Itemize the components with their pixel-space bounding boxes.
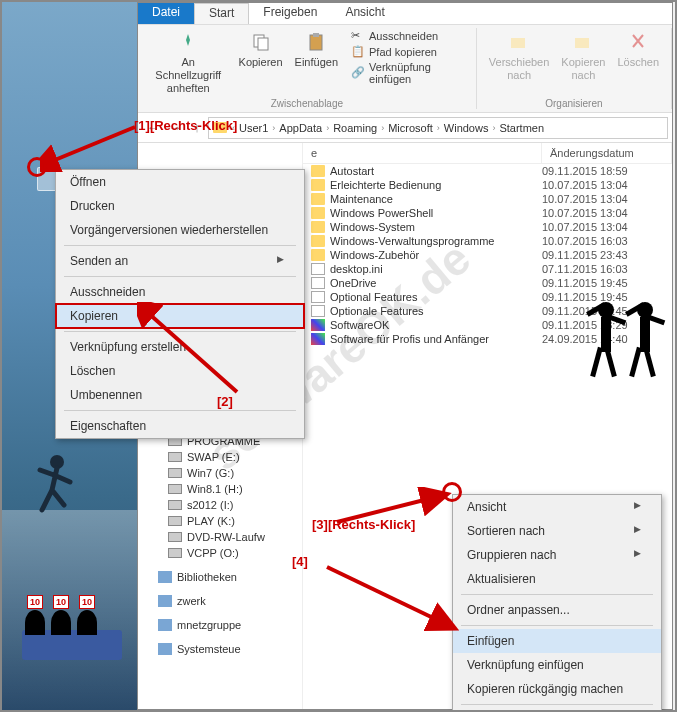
tab-share[interactable]: Freigeben xyxy=(249,3,331,24)
sidebar-drive[interactable]: DVD-RW-Laufw xyxy=(138,529,302,545)
paste-icon xyxy=(304,30,328,54)
file-row[interactable]: Autostart09.11.2015 18:59 xyxy=(303,164,672,178)
file-date: 24.09.2015 14:40 xyxy=(542,333,672,345)
moveto-icon xyxy=(507,30,531,54)
sidebar-drive[interactable]: s2012 (I:) xyxy=(138,497,302,513)
tab-view[interactable]: Ansicht xyxy=(331,3,398,24)
drive-icon xyxy=(168,468,182,478)
ctx2-pastelink[interactable]: Verknüpfung einfügen xyxy=(453,653,661,677)
drive-icon xyxy=(168,484,182,494)
file-name: desktop.ini xyxy=(330,263,542,275)
column-headers: e Änderungsdatum xyxy=(303,143,672,164)
file-row[interactable]: Software für Profis und Anfänger24.09.20… xyxy=(303,332,672,346)
network-icon xyxy=(158,595,172,607)
file-date: 10.07.2015 13:04 xyxy=(542,207,672,219)
library-icon xyxy=(158,571,172,583)
file-date: 10.07.2015 13:04 xyxy=(542,221,672,233)
crumb-microsoft[interactable]: Microsoft xyxy=(384,122,437,134)
file-row[interactable]: OneDrive09.11.2015 19:45 xyxy=(303,276,672,290)
sidebar-libraries[interactable]: Bibliotheken xyxy=(138,569,302,585)
sidebar-network[interactable]: zwerk xyxy=(138,593,302,609)
file-date: 10.07.2015 13:04 xyxy=(542,193,672,205)
ctx2-sort[interactable]: Sortieren nach▶ xyxy=(453,519,661,543)
folder-icon xyxy=(213,122,227,133)
file-row[interactable]: Windows PowerShell10.07.2015 13:04 xyxy=(303,206,672,220)
context-menu-folder: Ansicht▶ Sortieren nach▶ Gruppieren nach… xyxy=(452,494,662,712)
ctx-copy[interactable]: Kopieren xyxy=(56,304,304,328)
file-icon xyxy=(311,193,325,205)
file-icon xyxy=(311,165,325,177)
file-row[interactable]: Optional Features09.11.2015 19:45 xyxy=(303,290,672,304)
copy-button[interactable]: Kopieren xyxy=(233,28,289,98)
ctx-shortcut[interactable]: Verknüpfung erstellen xyxy=(56,335,304,359)
breadcrumb-bar[interactable]: ‹‹ User1› AppData› Roaming› Microsoft› W… xyxy=(208,117,668,139)
tab-start[interactable]: Start xyxy=(194,3,249,24)
copy-icon xyxy=(249,30,273,54)
crumb-appdata[interactable]: AppData xyxy=(275,122,326,134)
ctx-delete[interactable]: Löschen xyxy=(56,359,304,383)
ctx2-view[interactable]: Ansicht▶ xyxy=(453,495,661,519)
file-row[interactable]: Windows-Verwaltungsprogramme10.07.2015 1… xyxy=(303,234,672,248)
moveto-button[interactable]: Verschieben nach xyxy=(483,28,556,84)
svg-rect-2 xyxy=(310,35,322,50)
jogger-decoration xyxy=(22,450,82,530)
ctx2-group[interactable]: Gruppieren nach▶ xyxy=(453,543,661,567)
file-row[interactable]: SoftwareOK09.11.2015 18:29 xyxy=(303,318,672,332)
crumb-roaming[interactable]: Roaming xyxy=(329,122,381,134)
crumb-windows[interactable]: Windows xyxy=(440,122,493,134)
up-button[interactable]: ↑ xyxy=(186,117,208,139)
ctx-rename[interactable]: Umbenennen xyxy=(56,383,304,407)
ctx-restore[interactable]: Vorgängerversionen wiederherstellen xyxy=(56,218,304,242)
sidebar-drive[interactable]: SWAP (E:) xyxy=(138,449,302,465)
sidebar-drive[interactable]: VCPP (O:) xyxy=(138,545,302,561)
file-row[interactable]: Optionale Features09.11.2015 19:45 xyxy=(303,304,672,318)
pin-button[interactable]: An Schnellzugriff anheften xyxy=(144,28,233,98)
tab-file[interactable]: Datei xyxy=(138,3,194,24)
forward-button[interactable]: → xyxy=(164,117,186,139)
sidebar-homegroup[interactable]: mnetzgruppe xyxy=(138,617,302,633)
sidebar-control[interactable]: Systemsteue xyxy=(138,641,302,657)
file-name: SoftwareOK xyxy=(330,319,542,331)
ctx-open[interactable]: Öffnen xyxy=(56,170,304,194)
cut-button[interactable]: ✂Ausschneiden xyxy=(348,28,470,44)
ctx-cut[interactable]: Ausschneiden xyxy=(56,280,304,304)
pastelink-button[interactable]: 🔗Verknüpfung einfügen xyxy=(348,60,470,86)
crumb-user[interactable]: User1 xyxy=(235,122,272,134)
copypath-button[interactable]: 📋Pfad kopieren xyxy=(348,44,470,60)
sidebar-drive[interactable]: PLAY (K:) xyxy=(138,513,302,529)
crumb-startmenu[interactable]: Startmen xyxy=(495,122,548,134)
ctx-print[interactable]: Drucken xyxy=(56,194,304,218)
ctx2-undo[interactable]: Kopieren rückgängig machen xyxy=(453,677,661,701)
delete-button[interactable]: Löschen xyxy=(611,28,665,84)
clipboard-group-label: Zwischenablage xyxy=(271,98,343,109)
file-row[interactable]: Windows-System10.07.2015 13:04 xyxy=(303,220,672,234)
pin-icon xyxy=(176,30,200,54)
file-icon xyxy=(311,207,325,219)
svg-rect-1 xyxy=(258,38,268,50)
column-name[interactable]: e xyxy=(303,143,542,163)
ctx2-share[interactable]: Freigeben für▶ xyxy=(453,708,661,712)
ctx2-refresh[interactable]: Aktualisieren xyxy=(453,567,661,591)
ctx-properties[interactable]: Eigenschaften xyxy=(56,414,304,438)
file-row[interactable]: desktop.ini07.11.2015 16:03 xyxy=(303,262,672,276)
file-row[interactable]: Maintenance10.07.2015 13:04 xyxy=(303,192,672,206)
ctx-sendto[interactable]: Senden an▶ xyxy=(56,249,304,273)
sidebar-drive[interactable]: Win7 (G:) xyxy=(138,465,302,481)
column-date[interactable]: Änderungsdatum xyxy=(542,143,672,163)
sidebar-drive[interactable]: Win8.1 (H:) xyxy=(138,481,302,497)
back-button[interactable]: ← xyxy=(142,117,164,139)
file-icon xyxy=(311,319,325,331)
file-name: Windows-System xyxy=(330,221,542,233)
file-date: 10.07.2015 16:03 xyxy=(542,235,672,247)
file-icon xyxy=(311,277,325,289)
file-row[interactable]: Windows-Zubehör09.11.2015 23:43 xyxy=(303,248,672,262)
paste-button[interactable]: Einfügen xyxy=(289,28,344,98)
drive-icon xyxy=(168,548,182,558)
ctx2-customize[interactable]: Ordner anpassen... xyxy=(453,598,661,622)
svg-rect-3 xyxy=(313,33,319,37)
copyto-button[interactable]: Kopieren nach xyxy=(555,28,611,84)
marker-3 xyxy=(442,482,462,502)
file-row[interactable]: Erleichterte Bedienung10.07.2015 13:04 xyxy=(303,178,672,192)
file-name: Software für Profis und Anfänger xyxy=(330,333,542,345)
ctx2-paste[interactable]: Einfügen xyxy=(453,629,661,653)
